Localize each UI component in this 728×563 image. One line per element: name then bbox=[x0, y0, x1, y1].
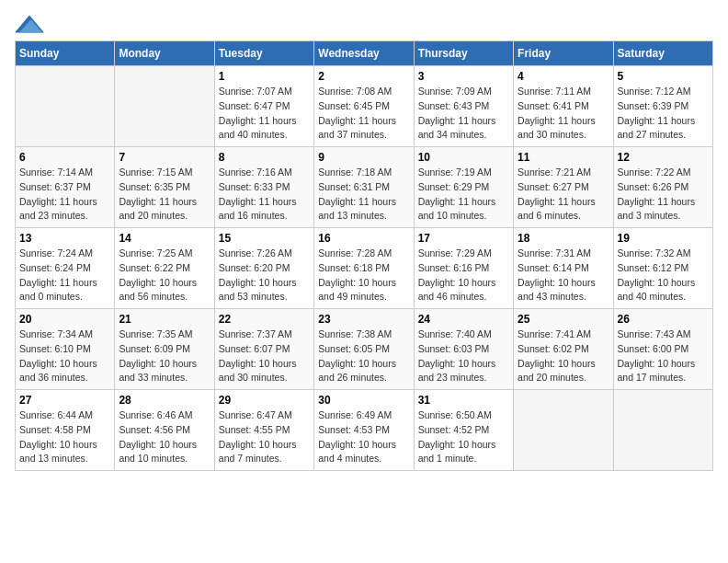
day-number: 21 bbox=[119, 313, 210, 326]
calendar-cell: 31Sunrise: 6:50 AMSunset: 4:52 PMDayligh… bbox=[414, 390, 513, 471]
day-info: Sunrise: 7:19 AMSunset: 6:29 PMDaylight:… bbox=[418, 166, 509, 224]
day-info: Sunrise: 7:07 AMSunset: 6:47 PMDaylight:… bbox=[219, 85, 310, 143]
calendar-cell bbox=[514, 390, 613, 471]
calendar-week-row: 20Sunrise: 7:34 AMSunset: 6:10 PMDayligh… bbox=[16, 309, 713, 390]
calendar-cell: 12Sunrise: 7:22 AMSunset: 6:26 PMDayligh… bbox=[613, 147, 712, 228]
day-info: Sunrise: 7:37 AMSunset: 6:07 PMDaylight:… bbox=[219, 327, 310, 385]
day-info: Sunrise: 7:29 AMSunset: 6:16 PMDaylight:… bbox=[418, 247, 509, 304]
day-info: Sunrise: 7:11 AMSunset: 6:41 PMDaylight:… bbox=[518, 85, 609, 143]
calendar-cell: 6Sunrise: 7:14 AMSunset: 6:37 PMDaylight… bbox=[16, 147, 115, 228]
logo bbox=[15, 15, 46, 29]
calendar-cell: 5Sunrise: 7:12 AMSunset: 6:39 PMDaylight… bbox=[613, 66, 712, 147]
day-number: 13 bbox=[19, 232, 110, 245]
day-info: Sunrise: 7:16 AMSunset: 6:33 PMDaylight:… bbox=[219, 166, 310, 224]
calendar-cell: 20Sunrise: 7:34 AMSunset: 6:10 PMDayligh… bbox=[16, 309, 115, 390]
calendar-cell: 24Sunrise: 7:40 AMSunset: 6:03 PMDayligh… bbox=[414, 309, 513, 390]
calendar-cell: 30Sunrise: 6:49 AMSunset: 4:53 PMDayligh… bbox=[314, 390, 414, 471]
calendar-cell: 10Sunrise: 7:19 AMSunset: 6:29 PMDayligh… bbox=[414, 147, 513, 228]
day-number: 29 bbox=[219, 394, 310, 407]
calendar-cell: 8Sunrise: 7:16 AMSunset: 6:33 PMDaylight… bbox=[214, 147, 313, 228]
day-number: 3 bbox=[418, 70, 509, 83]
calendar-cell: 23Sunrise: 7:38 AMSunset: 6:05 PMDayligh… bbox=[314, 309, 414, 390]
day-number: 26 bbox=[618, 313, 709, 326]
day-info: Sunrise: 7:09 AMSunset: 6:43 PMDaylight:… bbox=[418, 85, 509, 143]
day-info: Sunrise: 7:34 AMSunset: 6:10 PMDaylight:… bbox=[19, 327, 110, 385]
day-number: 9 bbox=[318, 151, 409, 164]
day-number: 25 bbox=[518, 313, 609, 326]
day-number: 8 bbox=[219, 151, 310, 164]
calendar-cell: 14Sunrise: 7:25 AMSunset: 6:22 PMDayligh… bbox=[115, 228, 214, 309]
day-header-wednesday: Wednesday bbox=[314, 41, 414, 66]
day-number: 16 bbox=[318, 232, 409, 245]
day-number: 12 bbox=[618, 151, 709, 164]
day-number: 23 bbox=[318, 313, 409, 326]
day-info: Sunrise: 7:40 AMSunset: 6:03 PMDaylight:… bbox=[418, 327, 509, 385]
day-info: Sunrise: 7:15 AMSunset: 6:35 PMDaylight:… bbox=[119, 166, 210, 224]
day-info: Sunrise: 7:12 AMSunset: 6:39 PMDaylight:… bbox=[618, 85, 709, 143]
day-info: Sunrise: 6:50 AMSunset: 4:52 PMDaylight:… bbox=[418, 408, 509, 466]
calendar-week-row: 6Sunrise: 7:14 AMSunset: 6:37 PMDaylight… bbox=[16, 147, 713, 228]
day-header-thursday: Thursday bbox=[414, 41, 513, 66]
calendar-week-row: 27Sunrise: 6:44 AMSunset: 4:58 PMDayligh… bbox=[16, 390, 713, 471]
calendar-week-row: 1Sunrise: 7:07 AMSunset: 6:47 PMDaylight… bbox=[16, 66, 713, 147]
logo-icon bbox=[15, 15, 44, 33]
day-number: 11 bbox=[518, 151, 609, 164]
day-info: Sunrise: 7:38 AMSunset: 6:05 PMDaylight:… bbox=[318, 327, 409, 385]
day-number: 24 bbox=[418, 313, 509, 326]
calendar-cell: 13Sunrise: 7:24 AMSunset: 6:24 PMDayligh… bbox=[16, 228, 115, 309]
calendar-cell bbox=[613, 390, 712, 471]
calendar-cell: 25Sunrise: 7:41 AMSunset: 6:02 PMDayligh… bbox=[514, 309, 613, 390]
day-number: 4 bbox=[518, 70, 609, 83]
day-info: Sunrise: 7:24 AMSunset: 6:24 PMDaylight:… bbox=[19, 247, 110, 304]
day-number: 10 bbox=[418, 151, 509, 164]
day-header-friday: Friday bbox=[514, 41, 613, 66]
day-info: Sunrise: 6:47 AMSunset: 4:55 PMDaylight:… bbox=[219, 408, 310, 466]
calendar-cell: 3Sunrise: 7:09 AMSunset: 6:43 PMDaylight… bbox=[414, 66, 513, 147]
day-info: Sunrise: 7:18 AMSunset: 6:31 PMDaylight:… bbox=[318, 166, 409, 224]
calendar-cell: 21Sunrise: 7:35 AMSunset: 6:09 PMDayligh… bbox=[115, 309, 214, 390]
calendar-cell: 11Sunrise: 7:21 AMSunset: 6:27 PMDayligh… bbox=[514, 147, 613, 228]
calendar-cell: 26Sunrise: 7:43 AMSunset: 6:00 PMDayligh… bbox=[613, 309, 712, 390]
calendar-cell bbox=[16, 66, 115, 147]
calendar-cell: 19Sunrise: 7:32 AMSunset: 6:12 PMDayligh… bbox=[613, 228, 712, 309]
calendar-cell: 17Sunrise: 7:29 AMSunset: 6:16 PMDayligh… bbox=[414, 228, 513, 309]
calendar-cell: 9Sunrise: 7:18 AMSunset: 6:31 PMDaylight… bbox=[314, 147, 414, 228]
calendar-cell: 22Sunrise: 7:37 AMSunset: 6:07 PMDayligh… bbox=[214, 309, 313, 390]
day-info: Sunrise: 7:43 AMSunset: 6:00 PMDaylight:… bbox=[618, 327, 709, 385]
day-info: Sunrise: 7:22 AMSunset: 6:26 PMDaylight:… bbox=[618, 166, 709, 224]
day-number: 19 bbox=[618, 232, 709, 245]
day-info: Sunrise: 7:21 AMSunset: 6:27 PMDaylight:… bbox=[518, 166, 609, 224]
day-number: 5 bbox=[618, 70, 709, 83]
calendar-cell: 27Sunrise: 6:44 AMSunset: 4:58 PMDayligh… bbox=[16, 390, 115, 471]
day-header-saturday: Saturday bbox=[613, 41, 712, 66]
calendar-cell: 7Sunrise: 7:15 AMSunset: 6:35 PMDaylight… bbox=[115, 147, 214, 228]
day-info: Sunrise: 7:14 AMSunset: 6:37 PMDaylight:… bbox=[19, 166, 110, 224]
day-info: Sunrise: 7:08 AMSunset: 6:45 PMDaylight:… bbox=[318, 85, 409, 143]
day-number: 18 bbox=[518, 232, 609, 245]
day-number: 22 bbox=[219, 313, 310, 326]
day-number: 30 bbox=[318, 394, 409, 407]
calendar-cell bbox=[115, 66, 214, 147]
day-info: Sunrise: 7:31 AMSunset: 6:14 PMDaylight:… bbox=[518, 247, 609, 304]
day-number: 28 bbox=[119, 394, 210, 407]
day-number: 17 bbox=[418, 232, 509, 245]
day-info: Sunrise: 7:25 AMSunset: 6:22 PMDaylight:… bbox=[119, 247, 210, 304]
day-number: 1 bbox=[219, 70, 310, 83]
day-number: 14 bbox=[119, 232, 210, 245]
day-number: 20 bbox=[19, 313, 110, 326]
calendar-week-row: 13Sunrise: 7:24 AMSunset: 6:24 PMDayligh… bbox=[16, 228, 713, 309]
calendar-cell: 29Sunrise: 6:47 AMSunset: 4:55 PMDayligh… bbox=[214, 390, 313, 471]
calendar-cell: 15Sunrise: 7:26 AMSunset: 6:20 PMDayligh… bbox=[214, 228, 313, 309]
calendar-cell: 28Sunrise: 6:46 AMSunset: 4:56 PMDayligh… bbox=[115, 390, 214, 471]
calendar-cell: 4Sunrise: 7:11 AMSunset: 6:41 PMDaylight… bbox=[514, 66, 613, 147]
day-info: Sunrise: 6:46 AMSunset: 4:56 PMDaylight:… bbox=[119, 408, 210, 466]
day-info: Sunrise: 7:26 AMSunset: 6:20 PMDaylight:… bbox=[219, 247, 310, 304]
calendar-header-row: SundayMondayTuesdayWednesdayThursdayFrid… bbox=[16, 41, 713, 66]
day-number: 6 bbox=[19, 151, 110, 164]
day-number: 27 bbox=[19, 394, 110, 407]
day-info: Sunrise: 7:35 AMSunset: 6:09 PMDaylight:… bbox=[119, 327, 210, 385]
day-info: Sunrise: 6:44 AMSunset: 4:58 PMDaylight:… bbox=[19, 408, 110, 466]
day-info: Sunrise: 7:32 AMSunset: 6:12 PMDaylight:… bbox=[618, 247, 709, 304]
day-header-sunday: Sunday bbox=[16, 41, 115, 66]
day-info: Sunrise: 7:41 AMSunset: 6:02 PMDaylight:… bbox=[518, 327, 609, 385]
